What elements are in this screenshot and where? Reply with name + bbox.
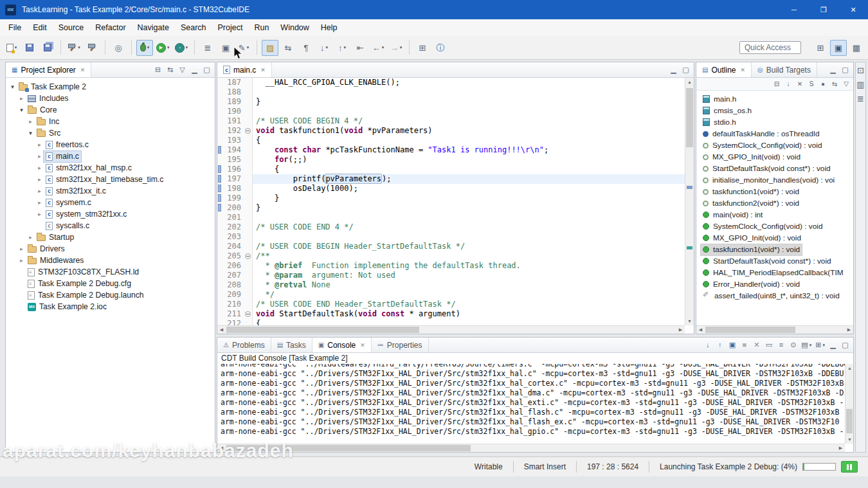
code-text[interactable]: /* USER CODE END 4 */ — [253, 222, 685, 232]
code-text[interactable]: __HAL_RCC_GPIOA_CLK_ENABLE(); — [253, 78, 685, 87]
fold-ruler[interactable] — [244, 242, 253, 251]
memory-button[interactable]: ▣ — [217, 40, 234, 56]
line-number[interactable]: 202 — [223, 222, 244, 232]
outline-item[interactable]: main(void) : int — [696, 209, 853, 221]
prev-annotation-dropdown[interactable]: ↑▾ — [334, 40, 350, 56]
profile-dropdown[interactable]: ◔▾ — [173, 40, 190, 56]
fold-ruler[interactable] — [244, 78, 253, 87]
view-menu-icon[interactable]: ▽ — [176, 64, 188, 76]
code-text[interactable]: { — [253, 319, 685, 325]
display-console-dropdown[interactable]: ▤▾ — [799, 339, 813, 351]
outline-item[interactable]: SystemClock_Config(void) : void — [696, 140, 853, 151]
tree-item-stm32f1xx-hal-timebase-tim-c[interactable]: ▸stm32f1xx_hal_timebase_tim.c — [6, 174, 215, 185]
terminate-icon[interactable]: ■ — [738, 339, 750, 351]
maximize-panel-icon[interactable]: ▢ — [839, 339, 851, 351]
tree-item-task-example-2-debug-launch[interactable]: Task Example 2 Debug.launch — [6, 289, 215, 301]
expand-arrow-icon[interactable]: ▸ — [17, 257, 26, 264]
line-number[interactable]: 198 — [223, 184, 244, 194]
code-text[interactable]: for(;;) — [253, 155, 685, 165]
expand-arrow-icon[interactable]: ▸ — [35, 141, 44, 148]
scrollbar-thumb[interactable] — [686, 88, 693, 147]
static-stack-analyzer-view-icon[interactable]: ≣ — [855, 94, 866, 104]
line-number[interactable]: 191 — [223, 116, 244, 126]
close-tab-icon[interactable]: ✕ — [260, 67, 266, 73]
annotation-ruler[interactable] — [217, 136, 223, 145]
outline-item[interactable]: taskfunction1(void*) : void — [696, 186, 853, 197]
code-text[interactable]: { — [253, 136, 685, 145]
tree-item-core[interactable]: ▾Core — [6, 104, 215, 116]
annotation-ruler[interactable] — [217, 251, 223, 261]
outline-item[interactable]: StartDefaultTask(void const*) : void — [696, 255, 853, 267]
annotation-ruler[interactable] — [217, 319, 223, 325]
line-number[interactable]: 201 — [223, 213, 244, 222]
outline-item[interactable]: MX_GPIO_Init(void) : void — [696, 232, 853, 244]
line-number[interactable]: 203 — [223, 232, 244, 242]
view-menu-icon[interactable]: ▽ — [840, 78, 852, 89]
line-number[interactable]: 189 — [223, 97, 244, 107]
fold-ruler[interactable] — [244, 203, 253, 213]
line-number[interactable]: 188 — [223, 87, 244, 97]
line-number[interactable]: 205 — [223, 251, 244, 261]
progress-view-button[interactable] — [841, 461, 858, 473]
fold-ruler[interactable] — [244, 87, 253, 97]
line-number[interactable]: 210 — [223, 300, 244, 309]
tree-item-task-example-2-debug-cfg[interactable]: Task Example 2 Debug.cfg — [6, 278, 215, 289]
expand-arrow-icon[interactable]: ▸ — [35, 188, 44, 194]
tree-item-startup[interactable]: ▸Startup — [6, 231, 215, 243]
run-dropdown[interactable]: ▶▾ — [154, 40, 172, 56]
tree-item-task-example-2[interactable]: ▾Task Example 2 — [6, 81, 215, 93]
code-text[interactable]: const char *pcTaskFunctionName = "Task1 … — [253, 145, 685, 155]
open-element-button[interactable]: ⊞ — [414, 40, 431, 56]
code-line-202[interactable]: 202/* USER CODE END 4 */ — [217, 222, 685, 232]
line-number[interactable]: 208 — [223, 280, 244, 290]
line-number[interactable]: 211 — [223, 309, 244, 319]
scroll-lock-icon[interactable]: ≡ — [775, 339, 787, 351]
close-tab-icon[interactable]: ✕ — [360, 342, 365, 348]
code-line-209[interactable]: 209 */ — [217, 290, 685, 300]
connection-button[interactable]: ≣ — [199, 40, 216, 56]
close-tab-icon[interactable]: ✕ — [80, 67, 86, 73]
debug-dropdown[interactable]: ▾ — [136, 40, 153, 56]
code-line-195[interactable]: 195 for(;;) — [217, 155, 685, 165]
editor-vertical-scrollbar[interactable]: ▲ ▼ — [685, 78, 694, 325]
fold-ruler[interactable] — [244, 126, 253, 136]
tree-item-sysmem-c[interactable]: ▸sysmem.c — [6, 197, 215, 208]
annotation-ruler[interactable] — [217, 242, 223, 251]
tree-item-stm32f103c8tx-flash-ld[interactable]: STM32F103C8TX_FLASH.ld — [6, 266, 215, 278]
scroll-left-icon[interactable]: ◀ — [217, 444, 226, 452]
tree-item-syscalls-c[interactable]: syscalls.c — [6, 220, 215, 231]
annotation-ruler[interactable] — [217, 280, 223, 290]
expand-arrow-icon[interactable]: ▸ — [17, 246, 26, 252]
tree-item-middlewares[interactable]: ▸Middlewares — [6, 255, 215, 266]
line-number[interactable]: 192 — [223, 126, 244, 136]
fold-ruler[interactable] — [244, 232, 253, 242]
annotation-ruler[interactable] — [217, 97, 223, 107]
overview-mark[interactable] — [687, 246, 692, 249]
debug-perspective-button[interactable]: ▦ — [848, 40, 865, 56]
code-text[interactable]: void StartDefaultTask(void const * argum… — [253, 309, 685, 319]
collapse-fold-icon[interactable] — [245, 311, 251, 317]
expand-arrow-icon[interactable]: ▸ — [26, 234, 35, 240]
fold-ruler[interactable] — [244, 309, 253, 319]
hide-fields-icon[interactable]: ✕ — [794, 78, 806, 89]
annotation-ruler[interactable] — [217, 174, 223, 184]
tree-item-system-stm32f1xx-c[interactable]: ▸system_stm32f1xx.c — [6, 208, 215, 220]
code-text[interactable]: /** — [253, 251, 685, 261]
expand-arrow-icon[interactable]: ▸ — [35, 211, 44, 217]
annotation-ruler[interactable] — [217, 232, 223, 242]
editor-horizontal-scrollbar[interactable]: ◀ ▶ — [217, 325, 685, 334]
code-text[interactable]: /* USER CODE BEGIN 4 */ — [253, 116, 685, 126]
code-line-196[interactable]: 196 { — [217, 165, 685, 174]
outline-item[interactable]: assert_failed(uint8_t*, uint32_t) : void — [696, 290, 853, 302]
forward-dropdown[interactable]: →▾ — [388, 40, 404, 56]
code-line-204[interactable]: 204/* USER CODE BEGIN Header_StartDefaul… — [217, 242, 685, 251]
close-tab-icon[interactable]: ✕ — [740, 67, 745, 73]
fold-ruler[interactable] — [244, 174, 253, 184]
annotation-ruler[interactable] — [217, 271, 223, 280]
outline-item[interactable]: StartDefaultTask(void const*) : void — [696, 163, 853, 174]
code-line-211[interactable]: 211void StartDefaultTask(void const * ar… — [217, 309, 685, 319]
code-line-192[interactable]: 192void taskfunction1(void *pvParameters… — [217, 126, 685, 136]
tree-item-freertos-c[interactable]: ▸freertos.c — [6, 139, 215, 150]
open-perspective-button[interactable]: ⊞ — [812, 40, 829, 56]
outline-item[interactable]: HAL_TIM_PeriodElapsedCallback(TIM — [696, 267, 853, 278]
